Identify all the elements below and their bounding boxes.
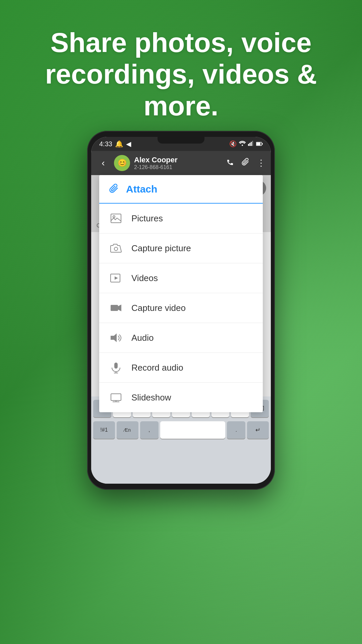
- svg-rect-3: [251, 142, 252, 146]
- paperclip-icon[interactable]: [241, 158, 250, 169]
- phone-screen: 4:33 🔔 ◀ 🔇: [91, 137, 271, 484]
- menu-item-capture-video[interactable]: Capture video: [99, 293, 263, 323]
- attach-menu: Attach Pictures: [91, 175, 271, 484]
- pictures-label: Pictures: [131, 213, 163, 224]
- svg-rect-7: [262, 143, 263, 145]
- phone-mockup: 4:33 🔔 ◀ 🔇: [87, 131, 275, 490]
- attach-menu-header: Attach: [99, 175, 263, 204]
- slideshow-icon: [109, 390, 123, 405]
- capture-picture-label: Capture picture: [131, 243, 191, 254]
- videos-icon: [109, 271, 123, 285]
- header-title: Share photos, voice recordings, videos &…: [20, 27, 342, 122]
- phone-frame: 4:33 🔔 ◀ 🔇: [87, 131, 275, 490]
- menu-item-slideshow[interactable]: Slideshow: [99, 383, 263, 412]
- svg-rect-4: [252, 141, 253, 146]
- record-audio-label: Record audio: [131, 363, 183, 373]
- status-bar-right: 🔇: [229, 140, 263, 148]
- audio-label: Audio: [131, 333, 154, 343]
- phone-notch: [158, 137, 204, 144]
- menu-item-audio[interactable]: Audio: [99, 323, 263, 353]
- contact-number: 2-126-868-6161: [134, 164, 222, 170]
- svg-rect-16: [114, 363, 118, 369]
- capture-video-label: Capture video: [131, 303, 186, 313]
- battery-icon: [256, 141, 263, 148]
- attach-label: Attach: [126, 183, 157, 195]
- pictures-icon: [109, 211, 123, 226]
- menu-item-videos[interactable]: Videos: [99, 263, 263, 293]
- app-toolbar: ‹ 😊 Alex Cooper 2-126-868-6161: [91, 151, 271, 175]
- menu-item-pictures[interactable]: Pictures: [99, 204, 263, 233]
- menu-item-capture-picture[interactable]: Capture picture: [99, 233, 263, 263]
- signal-icon: [248, 141, 254, 148]
- toolbar-actions: ⋮: [226, 158, 265, 169]
- svg-rect-1: [248, 144, 249, 146]
- svg-point-10: [114, 247, 118, 251]
- svg-rect-2: [249, 143, 250, 146]
- svg-rect-13: [111, 305, 118, 311]
- svg-marker-15: [111, 333, 117, 342]
- status-time: 4:33: [99, 140, 112, 148]
- wifi-icon: [239, 141, 246, 148]
- capture-picture-icon: [109, 241, 123, 256]
- mute-icon: 🔇: [229, 140, 237, 148]
- phone-call-icon[interactable]: [226, 158, 235, 169]
- svg-marker-12: [115, 276, 118, 280]
- header-section: Share photos, voice recordings, videos &…: [0, 27, 362, 122]
- navigation-icon: ◀: [126, 140, 131, 148]
- capture-video-icon: [109, 301, 123, 315]
- svg-rect-6: [256, 143, 260, 145]
- svg-point-9: [113, 216, 115, 218]
- svg-point-0: [242, 145, 243, 146]
- attach-header-icon: [109, 182, 119, 196]
- back-button[interactable]: ‹: [97, 158, 110, 168]
- attach-menu-panel: Attach Pictures: [99, 175, 263, 412]
- more-options-icon[interactable]: ⋮: [257, 158, 265, 168]
- status-bar-left: 4:33 🔔 ◀: [99, 140, 131, 148]
- videos-label: Videos: [131, 273, 158, 283]
- svg-rect-8: [111, 214, 121, 223]
- notification-icon: 🔔: [115, 140, 123, 148]
- header-line1: Share photos, voice: [50, 27, 311, 58]
- contact-name: Alex Cooper: [134, 156, 222, 164]
- record-audio-icon: [109, 360, 123, 375]
- header-line2: recordings, videos & more.: [45, 59, 317, 121]
- contact-avatar: 😊: [114, 155, 130, 171]
- contact-info: Alex Cooper 2-126-868-6161: [134, 156, 222, 170]
- audio-icon: [109, 330, 123, 345]
- svg-marker-14: [118, 305, 121, 311]
- menu-item-record-audio[interactable]: Record audio: [99, 353, 263, 383]
- svg-rect-19: [111, 394, 121, 400]
- slideshow-label: Slideshow: [131, 392, 171, 403]
